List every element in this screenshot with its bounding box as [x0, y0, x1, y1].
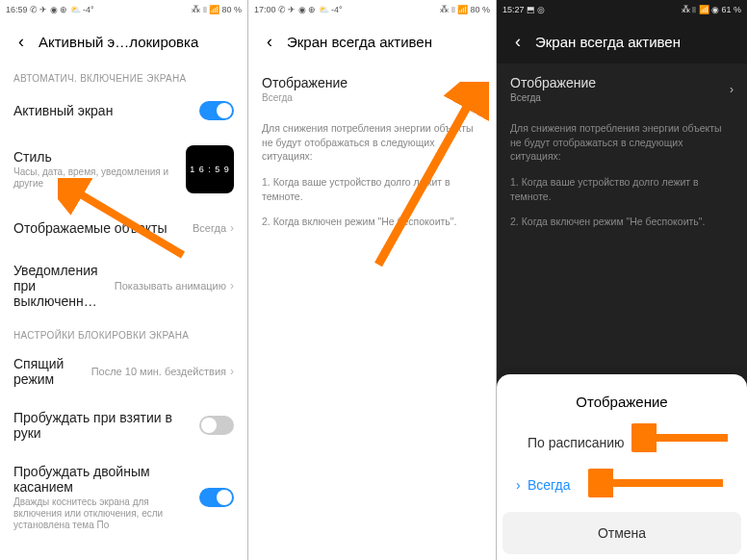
note-line-1: 1. Когда ваше устройство долго лежит в т… [248, 169, 496, 209]
chevron-right-icon: › [478, 83, 482, 96]
preview-clock: 1 6 : 5 9 [190, 165, 230, 174]
sheet-title: Отображение [497, 386, 747, 421]
note-text: Для снижения потребления энергии объекты… [248, 115, 496, 169]
status-time: 15:27 [502, 5, 525, 14]
chevron-right-icon: › [230, 279, 234, 293]
status-icons-right: ⁂ ⫴ 📶 [192, 5, 219, 15]
status-bar: 15:27⬒ ◎ ⁂ ⫴ 📶 ◉61 % [497, 0, 747, 19]
battery-text: 80 % [221, 5, 242, 14]
aod-preview: 1 6 : 5 9 [186, 145, 234, 193]
row-label: Активный экран [13, 103, 199, 118]
option-label: По расписанию [528, 435, 625, 450]
note-text: Для снижения потребления энергии объекты… [497, 115, 747, 169]
status-icons-left: ✆ ✈ ◉ ⊕ ⛅ -4° [30, 5, 94, 14]
status-time: 17:00 [254, 5, 276, 14]
row-sublabel: Часы, дата, время, уведомления и другие [13, 166, 186, 190]
note-line-1: 1. Когда ваше устройство долго лежит в т… [497, 169, 747, 209]
row-double-tap[interactable]: Пробуждать двойным касанием Дважды косни… [0, 452, 247, 531]
page-title: Экран всегда активен [535, 34, 681, 50]
screen-2: 17:00✆ ✈ ◉ ⊕ ⛅ -4° ⁂ ⫴ 📶80 % ‹ Экран все… [248, 0, 497, 560]
row-label: Отображение [262, 75, 478, 90]
battery-text: 80 % [470, 5, 490, 14]
row-value: Всегда [262, 92, 478, 104]
toggle-raise[interactable] [199, 416, 234, 435]
header: ‹ Экран всегда активен [248, 19, 496, 64]
row-label: Уведомления при выключенн… [13, 263, 115, 309]
row-value: После 10 мин. бездействия [91, 366, 226, 377]
row-display-mode[interactable]: Отображение Всегда › [248, 64, 496, 115]
row-raise-to-wake[interactable]: Пробуждать при взятии в руки [0, 398, 247, 452]
chevron-right-icon: › [230, 365, 234, 378]
option-always[interactable]: ›Всегда [497, 464, 747, 506]
section-label-lock: НАСТРОЙКИ БЛОКИРОВКИ ЭКРАНА [0, 320, 247, 344]
status-icons-right: ⁂ ⫴ 📶 [440, 5, 468, 15]
row-style[interactable]: Стиль Часы, дата, время, уведомления и д… [0, 134, 247, 205]
header: ‹ Экран всегда активен [497, 19, 747, 64]
status-bar: 17:00✆ ✈ ◉ ⊕ ⛅ -4° ⁂ ⫴ 📶80 % [248, 0, 496, 19]
row-label: Стиль [13, 149, 186, 165]
option-schedule[interactable]: По расписанию [497, 421, 747, 464]
bottom-sheet: Отображение По расписанию ›Всегда Отмена [497, 374, 747, 560]
row-label: Отображение [510, 75, 730, 90]
status-time: 16:59 [6, 5, 28, 14]
page-title: Активный э…локировка [39, 34, 198, 50]
check-icon: › [516, 477, 528, 493]
row-value: Всегда [193, 222, 226, 234]
header: ‹ Активный э…локировка [0, 19, 247, 64]
row-label: Спящий режим [13, 356, 91, 387]
screen-1: 16:59✆ ✈ ◉ ⊕ ⛅ -4° ⁂ ⫴ 📶80 % ‹ Активный … [0, 0, 248, 560]
battery-text: 61 % [721, 5, 741, 14]
note-line-2: 2. Когда включен режим "Не беспокоить". [497, 209, 747, 235]
row-label: Отображаемые объекты [13, 220, 193, 236]
option-label: Всегда [528, 477, 571, 493]
row-notifications[interactable]: Уведомления при выключенн… Показывать ан… [0, 251, 247, 320]
status-icons-left: ✆ ✈ ◉ ⊕ ⛅ -4° [278, 5, 343, 14]
status-bar: 16:59✆ ✈ ◉ ⊕ ⛅ -4° ⁂ ⫴ 📶80 % [0, 0, 247, 19]
row-active-screen[interactable]: Активный экран [0, 88, 247, 134]
status-icons-right: ⁂ ⫴ 📶 ◉ [682, 5, 720, 15]
row-sublabel: Дважды коснитесь экрана для включения ил… [13, 496, 199, 531]
cancel-button[interactable]: Отмена [502, 512, 741, 554]
back-icon[interactable]: ‹ [260, 32, 279, 51]
back-icon[interactable]: ‹ [12, 32, 31, 51]
note-line-2: 2. Когда включен режим "Не беспокоить". [248, 209, 496, 235]
row-value: Всегда [510, 92, 730, 104]
back-icon[interactable]: ‹ [508, 32, 528, 51]
chevron-right-icon: › [730, 83, 734, 96]
chevron-right-icon: › [230, 221, 234, 235]
row-displayed-objects[interactable]: Отображаемые объекты Всегда › [0, 205, 247, 251]
row-sleep-mode[interactable]: Спящий режим После 10 мин. бездействия › [0, 344, 247, 398]
row-label: Пробуждать двойным касанием [13, 464, 199, 495]
toggle-double-tap[interactable] [199, 488, 234, 507]
screen-3: 15:27⬒ ◎ ⁂ ⫴ 📶 ◉61 % ‹ Экран всегда акти… [497, 0, 747, 560]
toggle-active-screen[interactable] [199, 101, 234, 120]
row-display-mode[interactable]: Отображение Всегда › [497, 64, 747, 115]
row-value: Показывать анимацию [115, 280, 226, 292]
row-label: Пробуждать при взятии в руки [13, 410, 199, 441]
page-title: Экран всегда активен [287, 34, 432, 50]
section-label-auto: АВТОМАТИЧ. ВКЛЮЧЕНИЕ ЭКРАНА [0, 64, 247, 88]
cancel-label: Отмена [598, 525, 646, 541]
status-icons-left: ⬒ ◎ [527, 5, 546, 14]
